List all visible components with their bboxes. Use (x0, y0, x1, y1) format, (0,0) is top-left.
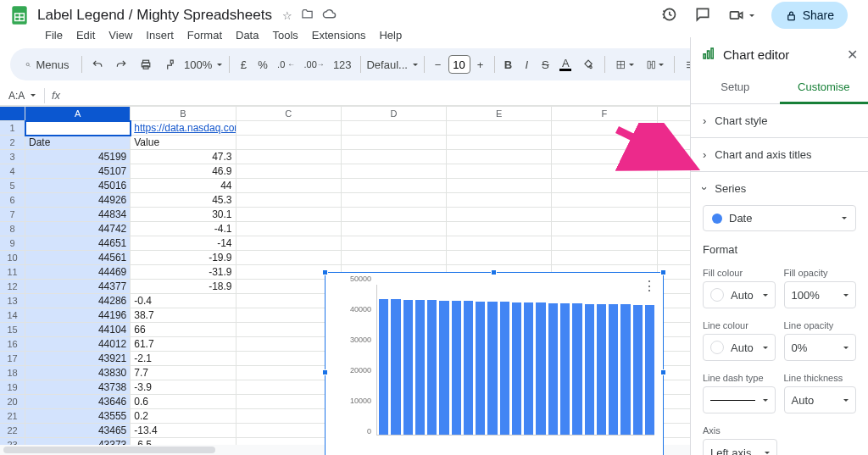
row-header[interactable]: 6 (0, 193, 25, 208)
cell[interactable] (552, 251, 657, 265)
cell[interactable]: 44286 (25, 294, 131, 308)
decrease-decimal-button[interactable]: .0 ← (274, 55, 299, 74)
cell[interactable]: 7.7 (131, 366, 236, 380)
cell[interactable]: -4.1 (131, 222, 236, 236)
cell[interactable]: 44 (131, 179, 236, 193)
history-icon[interactable] (660, 6, 677, 25)
resize-handle[interactable] (660, 269, 666, 275)
line-opacity-select[interactable]: 0% (784, 334, 857, 361)
row-header[interactable]: 7 (0, 208, 25, 222)
menu-format[interactable]: Format (181, 27, 228, 43)
percent-button[interactable]: % (253, 54, 272, 75)
section-chart-axis-titles[interactable]: › Chart and axis titles (691, 138, 868, 172)
row-header[interactable]: 18 (0, 366, 25, 380)
cell[interactable] (342, 179, 447, 193)
row-header[interactable]: 15 (0, 323, 25, 337)
zoom-select[interactable]: 100% (182, 55, 225, 75)
cell[interactable] (447, 136, 552, 150)
cell[interactable] (342, 236, 447, 251)
row-header[interactable]: 3 (0, 150, 25, 164)
cell[interactable]: -0.4 (131, 294, 236, 308)
cell[interactable]: 44012 (25, 337, 131, 352)
resize-handle[interactable] (491, 269, 497, 275)
cell[interactable] (447, 208, 552, 222)
strikethrough-button[interactable]: S (537, 54, 554, 75)
column-header[interactable]: F (552, 107, 657, 121)
bold-button[interactable]: B (499, 54, 516, 75)
cell[interactable]: 44742 (25, 222, 131, 236)
cell[interactable]: Value (131, 136, 236, 150)
cell[interactable]: 0.6 (131, 395, 236, 409)
comments-icon[interactable] (694, 6, 711, 25)
cell[interactable]: 46.9 (131, 164, 236, 179)
cell[interactable]: 30.1 (131, 208, 236, 222)
cell[interactable] (342, 121, 447, 136)
cell[interactable]: 66 (131, 323, 236, 337)
cell[interactable]: 44651 (25, 236, 131, 251)
row-header[interactable]: 5 (0, 179, 25, 193)
cell[interactable] (342, 251, 447, 265)
row-header[interactable]: 8 (0, 222, 25, 236)
menu-insert[interactable]: Insert (140, 27, 180, 43)
cell[interactable] (552, 236, 657, 251)
row-header[interactable]: 12 (0, 280, 25, 294)
cell[interactable] (236, 193, 342, 208)
cell[interactable] (342, 164, 447, 179)
column-header[interactable]: B (131, 107, 236, 121)
menu-file[interactable]: File (39, 27, 69, 43)
cell[interactable]: -3.9 (131, 380, 236, 395)
paint-format-button[interactable] (159, 53, 181, 76)
name-box[interactable]: A:A (0, 90, 44, 102)
cell[interactable]: 43555 (25, 409, 131, 424)
row-header[interactable]: 13 (0, 294, 25, 308)
row-header[interactable]: 4 (0, 164, 25, 179)
cell[interactable] (236, 222, 342, 236)
cloud-status-icon[interactable] (322, 7, 337, 24)
cell[interactable] (552, 222, 657, 236)
menu-view[interactable]: View (103, 27, 138, 43)
cell[interactable] (447, 150, 552, 164)
row-header[interactable]: 9 (0, 236, 25, 251)
cell[interactable]: https://data.nasdaq.com/ap (131, 121, 236, 136)
row-header[interactable]: 11 (0, 265, 25, 280)
cell[interactable] (447, 251, 552, 265)
document-title[interactable]: Label Legend / Mighty Spreadsheets (32, 5, 277, 25)
row-header[interactable]: 14 (0, 308, 25, 323)
menu-edit[interactable]: Edit (70, 27, 101, 43)
section-chart-style[interactable]: › Chart style (691, 104, 868, 138)
column-header[interactable]: C (236, 107, 342, 121)
cell[interactable] (447, 121, 552, 136)
cell[interactable] (552, 150, 657, 164)
close-icon[interactable]: ✕ (847, 47, 858, 63)
font-select[interactable]: Defaul... (366, 55, 419, 75)
tab-customise[interactable]: Customise (780, 72, 869, 104)
menu-extensions[interactable]: Extensions (306, 27, 372, 43)
column-header[interactable]: E (447, 107, 552, 121)
font-size-decrease[interactable]: − (430, 54, 447, 75)
cell[interactable] (447, 179, 552, 193)
cell[interactable]: 61.7 (131, 337, 236, 352)
menu-help[interactable]: Help (373, 27, 408, 43)
cell[interactable] (236, 236, 342, 251)
cell[interactable]: 38.7 (131, 308, 236, 323)
cell[interactable]: 44104 (25, 323, 131, 337)
increase-decimal-button[interactable]: .00→ (301, 55, 328, 74)
cell[interactable]: 43921 (25, 352, 131, 366)
row-header[interactable]: 17 (0, 352, 25, 366)
cell[interactable]: -14 (131, 236, 236, 251)
cell[interactable]: 44926 (25, 193, 131, 208)
cell[interactable]: 45.3 (131, 193, 236, 208)
cell[interactable]: -2.1 (131, 352, 236, 366)
cell[interactable] (447, 222, 552, 236)
cell[interactable] (552, 179, 657, 193)
cell[interactable]: 43830 (25, 366, 131, 380)
cell[interactable]: 44196 (25, 308, 131, 323)
cell[interactable]: 45016 (25, 179, 131, 193)
series-selector[interactable]: Date (703, 205, 856, 231)
cell[interactable] (342, 193, 447, 208)
italic-button[interactable]: I (518, 54, 535, 75)
search-menus[interactable]: Menus (19, 54, 76, 75)
cell[interactable] (552, 193, 657, 208)
line-colour-select[interactable]: Auto (703, 334, 776, 361)
column-header[interactable]: A (25, 107, 131, 121)
